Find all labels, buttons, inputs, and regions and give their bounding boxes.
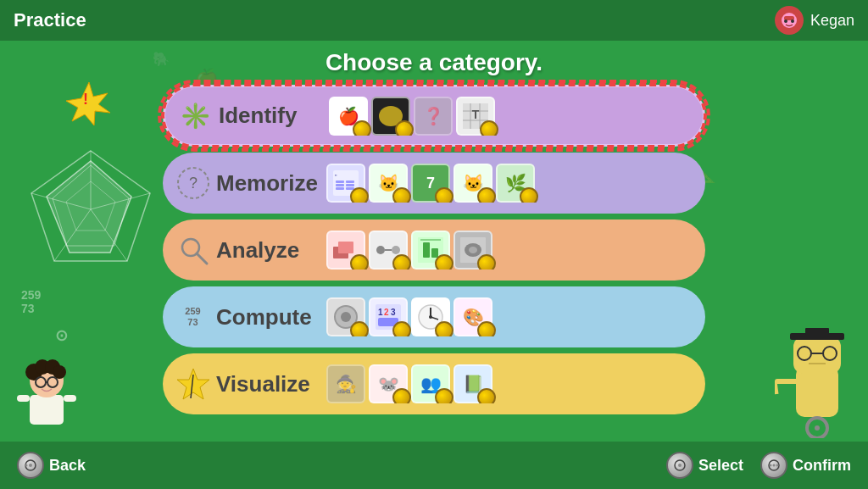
game-item[interactable]: 🐱 — [453, 164, 492, 203]
svg-rect-63 — [423, 242, 430, 258]
category-memorize[interactable]: ? Memorize " — [163, 153, 705, 214]
page-title: Choose a category. — [326, 49, 542, 76]
game-thumb: 🧙 — [326, 364, 365, 403]
svg-point-4 — [791, 19, 794, 23]
back-button[interactable]: Back — [17, 452, 86, 479]
analyze-icon-wrapper — [170, 227, 216, 274]
svg-text:3: 3 — [391, 308, 396, 317]
medal — [392, 388, 411, 403]
identify-label: Identify — [219, 103, 329, 129]
visualize-icon-wrapper — [170, 361, 216, 408]
memorize-icon-wrapper: ? — [170, 160, 216, 207]
svg-text:?: ? — [188, 175, 197, 192]
svg-point-86 — [678, 464, 682, 467]
confirm-button[interactable]: Confirm — [760, 452, 851, 479]
svg-point-89 — [773, 464, 776, 467]
medal — [392, 321, 411, 336]
identify-icon: ✳️ — [180, 101, 211, 131]
game-item[interactable] — [371, 97, 410, 136]
bottom-bar: Back Select Confirm — [0, 442, 868, 489]
game-thumb: ❓ — [414, 97, 453, 136]
analyze-icon — [176, 233, 210, 267]
compute-games: 1 2 3 — [326, 297, 695, 336]
svg-point-90 — [776, 464, 779, 467]
game-item[interactable]: 🐭 — [369, 364, 408, 403]
game-item[interactable] — [326, 297, 365, 336]
username: Kegan — [810, 12, 854, 30]
game-item[interactable]: 🍎 — [329, 97, 368, 136]
svg-text:T: T — [472, 108, 480, 121]
select-button-icon — [666, 452, 693, 479]
svg-point-59 — [376, 246, 385, 254]
medal — [350, 254, 369, 270]
svg-rect-50 — [336, 184, 344, 186]
medal — [477, 388, 496, 403]
svg-marker-80 — [177, 369, 209, 399]
medal — [477, 187, 496, 203]
user-info: Kegan — [775, 6, 854, 35]
medal — [520, 187, 538, 203]
category-analyze[interactable]: Analyze — [163, 219, 705, 281]
game-item[interactable]: ❓ — [414, 97, 453, 136]
categories-list: ✳️ Identify 🍎 ❓ — [163, 85, 705, 414]
medal — [435, 321, 453, 336]
medal — [350, 321, 369, 336]
svg-point-61 — [392, 246, 400, 254]
game-item[interactable] — [411, 231, 450, 270]
game-item[interactable] — [326, 231, 365, 270]
memorize-label: Memorize — [216, 170, 326, 197]
medal — [353, 120, 371, 136]
svg-point-88 — [770, 464, 772, 467]
svg-rect-49 — [336, 181, 344, 183]
select-label: Select — [698, 457, 743, 475]
medal — [435, 388, 453, 403]
category-identify[interactable]: ✳️ Identify 🍎 ❓ — [163, 85, 705, 147]
game-item[interactable]: 📗 — [453, 364, 492, 403]
compute-icon: 25973 — [185, 306, 200, 328]
svg-point-79 — [429, 315, 432, 319]
svg-rect-58 — [338, 242, 353, 253]
game-item[interactable] — [453, 231, 492, 270]
identify-icon-wrapper: ✳️ — [172, 92, 219, 139]
memorize-games: " 🐱 — [326, 164, 695, 203]
game-item[interactable]: " — [326, 164, 365, 203]
game-item[interactable] — [369, 231, 408, 270]
svg-point-83 — [29, 464, 32, 467]
confirm-label: Confirm — [793, 457, 851, 475]
medal — [480, 120, 498, 136]
compute-label: Compute — [216, 304, 326, 331]
svg-rect-53 — [346, 184, 354, 186]
analyze-label: Analyze — [216, 237, 326, 264]
game-item[interactable]: T — [456, 97, 495, 136]
confirm-button-icon — [760, 452, 787, 479]
medal — [350, 187, 369, 203]
medal — [395, 120, 414, 136]
category-compute[interactable]: 25973 Compute — [163, 286, 705, 347]
game-item[interactable]: 🧙 — [326, 364, 365, 403]
visualize-games: 🧙 🐭 👥 📗 — [326, 364, 695, 403]
main-content: Choose a category. ✳️ Identify 🍎 — [0, 41, 868, 489]
medal — [477, 321, 496, 336]
game-item[interactable]: 🌿 — [496, 164, 535, 203]
app-title: Practice — [14, 9, 86, 31]
top-bar: Practice Kegan — [0, 0, 868, 41]
medal — [392, 187, 411, 203]
visualize-label: Visualize — [216, 371, 326, 397]
game-item[interactable]: 1 2 3 — [369, 297, 408, 336]
medal — [392, 254, 411, 270]
svg-point-84 — [25, 464, 28, 467]
visualize-icon — [175, 366, 211, 402]
game-item[interactable]: 👥 — [411, 364, 450, 403]
select-button[interactable]: Select — [666, 452, 743, 479]
identify-games: 🍎 ❓ — [329, 97, 693, 136]
medal — [435, 254, 453, 270]
svg-line-56 — [197, 253, 207, 264]
game-item[interactable] — [411, 297, 450, 336]
game-item[interactable]: 7 — [411, 164, 450, 203]
memorize-icon: ? — [176, 166, 210, 200]
back-label: Back — [49, 457, 86, 475]
category-visualize[interactable]: Visualize 🧙 🐭 👥 📗 — [163, 353, 705, 414]
game-item[interactable]: 🎨 — [453, 297, 492, 336]
game-item[interactable]: 🐱 — [369, 164, 408, 203]
svg-rect-51 — [336, 187, 344, 190]
